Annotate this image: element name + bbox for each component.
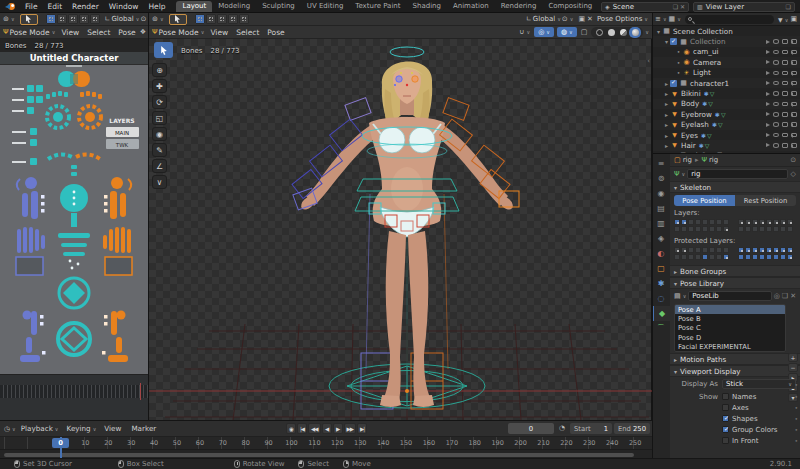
layer-cell[interactable] — [681, 247, 687, 253]
workspace-tab[interactable]: Layout — [176, 1, 212, 12]
layer-cell[interactable] — [674, 254, 680, 260]
selectable-toggle-icon[interactable] — [766, 50, 770, 54]
picker-left-arm-controls[interactable] — [17, 177, 45, 219]
annotate-tool-icon[interactable]: ✎ — [152, 143, 167, 157]
viewport-menu-item[interactable]: Pose — [114, 28, 139, 37]
workspace-tab[interactable]: Shading — [407, 1, 447, 12]
select-mode-buttons[interactable] — [46, 14, 100, 24]
render-disable-toggle-icon[interactable] — [791, 71, 797, 76]
breadcrumb-data[interactable]: rig — [709, 156, 718, 164]
protected-grid-left[interactable] — [674, 247, 730, 261]
outliner-item-label[interactable]: Collection — [690, 37, 726, 46]
filter-collection-dropdown[interactable]: ▦∨ — [669, 15, 681, 23]
measure-tool-icon[interactable]: ∠ — [152, 159, 167, 173]
bone-picker-area[interactable]: LAYERS MAIN TWK — [0, 65, 148, 374]
outliner-row[interactable]: ▸ TeethGumTongue ✱▽ — [652, 151, 800, 153]
workspace-tab[interactable]: Animation — [447, 1, 495, 12]
xray-toggle-icon[interactable]: ▢ — [581, 28, 588, 36]
layer-cell[interactable] — [702, 219, 708, 225]
pose-list-item[interactable]: Pose A — [675, 305, 785, 314]
proportional-edit-icon[interactable]: ◎∨ — [534, 27, 554, 37]
layer-cell[interactable] — [745, 254, 751, 260]
select-box-tool-button[interactable] — [154, 42, 173, 58]
render-disable-toggle-icon[interactable] — [791, 112, 797, 117]
expander-icon[interactable]: ▾ — [655, 28, 662, 35]
section-bone-groups[interactable]: ▸Bone Groups — [670, 265, 800, 277]
picker-root-control[interactable] — [58, 323, 90, 355]
sidebar-collapse-icon[interactable]: ‹ — [647, 57, 650, 65]
timeline-menu-item[interactable]: View — [100, 424, 127, 433]
layer-cell[interactable] — [681, 219, 687, 225]
move-tool-icon[interactable]: ✚ — [152, 79, 167, 93]
rotate-tool-icon[interactable]: ⟳ — [152, 95, 167, 109]
layer-cell[interactable] — [695, 254, 701, 260]
expander-icon[interactable]: • — [675, 69, 682, 76]
expander-icon[interactable]: • — [675, 59, 682, 66]
show-option-checkbox[interactable] — [722, 426, 729, 433]
layer-cell[interactable] — [723, 226, 729, 232]
toolbar-expand-icon[interactable]: ∨ — [152, 175, 167, 189]
hide-toggle-icon[interactable] — [773, 39, 779, 44]
layer-cell[interactable] — [752, 219, 758, 225]
workspace-tab[interactable]: UV Editing — [301, 1, 350, 12]
select-mode-buttons[interactable] — [195, 14, 249, 24]
layers-grid-left[interactable] — [674, 219, 730, 233]
scale-tool-icon[interactable]: ◱ — [152, 111, 167, 125]
layer-cell[interactable] — [723, 254, 729, 260]
protected-grid-right[interactable] — [738, 247, 794, 261]
outliner-row[interactable]: ▸ Bikini ✱▽ — [652, 88, 800, 98]
selectable-toggle-icon[interactable] — [766, 71, 770, 75]
layer-cell[interactable] — [702, 254, 708, 260]
layer-cell[interactable] — [745, 247, 751, 253]
expander-icon[interactable]: ▸ — [663, 152, 670, 153]
outliner-item-label[interactable]: TeethGumTongue — [681, 151, 743, 153]
layer-cell[interactable] — [702, 247, 708, 253]
picker-right-hand-controls[interactable] — [103, 227, 132, 275]
expander-icon[interactable]: ▸ — [663, 121, 670, 128]
left-arm-bone-shapes[interactable] — [292, 119, 362, 210]
viewport-3d[interactable]: Bones28 / 773 ⊕✚⟳◱◉✎∠∨ ‹ — [148, 39, 652, 420]
tweak-tool-button[interactable] — [169, 14, 187, 25]
outliner-item-label[interactable]: character1 — [690, 79, 729, 88]
menubar-item[interactable]: Help — [143, 1, 170, 12]
layer-cell[interactable] — [787, 219, 793, 225]
collection-checkbox[interactable] — [670, 38, 677, 45]
playhead-badge[interactable]: 0 — [52, 438, 69, 448]
display-as-dropdown[interactable]: Stick∨ — [722, 379, 796, 389]
picker-left-leg-controls[interactable] — [20, 311, 46, 363]
layer-cell[interactable] — [759, 254, 765, 260]
picker-pelvis-controls[interactable] — [59, 278, 89, 308]
next-keyframe-button[interactable]: ▶▶ — [344, 423, 356, 434]
picker-neck-controls[interactable] — [71, 165, 77, 176]
outliner-row[interactable]: ▸ Body ✱▽ — [652, 99, 800, 109]
layer-cell[interactable] — [766, 219, 772, 225]
armature-name-field[interactable]: rig — [687, 169, 787, 179]
picker-left-hand-controls[interactable] — [16, 227, 45, 275]
timeline-menu-item[interactable]: Keying∨ — [63, 424, 101, 433]
picker-right-arm-controls[interactable] — [104, 177, 131, 219]
layer-cell[interactable] — [716, 247, 722, 253]
outliner-item-label[interactable]: Camera — [693, 58, 721, 67]
new-scene-icon[interactable]: ❏ ✕ — [669, 3, 685, 10]
layer-cell[interactable] — [752, 254, 758, 260]
layer-cell[interactable] — [695, 219, 701, 225]
expander-icon[interactable]: ▸ — [663, 80, 670, 87]
layer-cell[interactable] — [674, 247, 680, 253]
picker-right-leg-controls[interactable] — [102, 311, 128, 363]
layer-cell[interactable] — [688, 226, 694, 232]
pose-list-item[interactable]: Facial EXPERIMENTAL — [675, 343, 785, 352]
pose-list-item[interactable]: Pose C — [675, 324, 785, 333]
hide-toggle-icon[interactable] — [773, 91, 779, 96]
jump-to-end-button[interactable]: ▶| — [357, 423, 367, 434]
picker-playhead[interactable] — [140, 383, 141, 400]
selectable-toggle-icon[interactable] — [766, 60, 770, 64]
outliner-row[interactable]: • cam_ui ✱▽ — [652, 47, 800, 57]
picker-brow-controls[interactable] — [46, 91, 102, 99]
layer-cell[interactable] — [773, 247, 779, 253]
physics-tab-icon[interactable]: ◌ — [652, 291, 670, 306]
layers-grid-right[interactable] — [738, 219, 794, 233]
picker-layers-box[interactable]: LAYERS MAIN TWK — [106, 117, 139, 149]
pivot-point-icon[interactable]: ⊙∨ — [562, 15, 574, 23]
selectable-toggle-icon[interactable] — [766, 40, 770, 44]
layer-cell[interactable] — [716, 219, 722, 225]
